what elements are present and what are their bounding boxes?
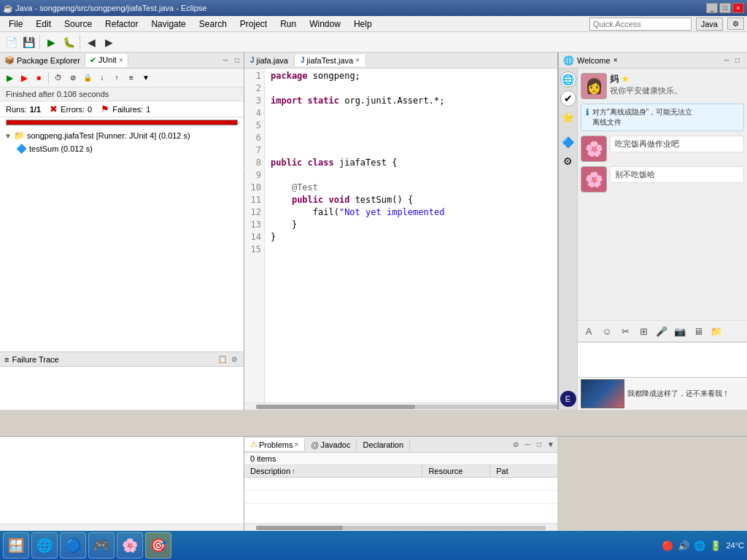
menu-refactor[interactable]: Refactor [99, 18, 144, 31]
chat-sidebar-check[interactable]: ✔ [560, 90, 576, 106]
junit-stop-button[interactable]: ■ [32, 71, 45, 85]
save-button[interactable]: 💾 [20, 34, 36, 50]
tree-item-suite[interactable]: ▼ 📁 songpeng.jiafaTest [Runner: JUnit 4]… [1, 129, 242, 142]
menu-file[interactable]: File [3, 18, 28, 31]
problems-filter-btn[interactable]: ⊘ [511, 440, 521, 450]
editor-hscroll[interactable] [244, 402, 586, 410]
hscroll-thumb[interactable] [256, 405, 415, 409]
new-button[interactable]: 📄 [3, 34, 19, 50]
taskbar-browser[interactable]: 🌐 [31, 532, 58, 559]
forward-button[interactable]: ▶ [101, 34, 117, 50]
junit-history-button[interactable]: ⏱ [52, 71, 65, 85]
tray-icon-net[interactable]: 🌐 [694, 540, 705, 551]
junit-prev-failure[interactable]: ↑ [110, 71, 123, 85]
close-button[interactable]: × [732, 3, 744, 13]
minimize-panel-button[interactable]: ─ [220, 55, 231, 66]
avatar-1: 👩 [581, 73, 607, 99]
tab-jiafa[interactable]: J jiafa.java [244, 55, 295, 66]
preview-img [581, 380, 624, 408]
chat-sidebar-star[interactable]: ⭐ [560, 109, 576, 125]
problems-hscroll-thumb[interactable] [256, 526, 343, 530]
debug-button[interactable]: 🐛 [61, 34, 77, 50]
menu-search[interactable]: Search [193, 18, 233, 31]
problems-hscroll-track[interactable] [256, 526, 546, 530]
tab-problems[interactable]: ⚠ Problems × [244, 438, 305, 451]
java-perspective-button[interactable]: Java [696, 18, 723, 31]
quick-access-input[interactable] [589, 18, 692, 31]
chat-font-btn[interactable]: A [581, 323, 597, 339]
maximize-panel-button[interactable]: □ [232, 55, 242, 66]
taskbar-app1[interactable]: 🌸 [117, 532, 143, 559]
junit-next-failure[interactable]: ↓ [96, 71, 109, 85]
tab-declaration[interactable]: Declaration [357, 439, 410, 451]
back-button[interactable]: ◀ [83, 34, 99, 50]
chat-sidebar-settings[interactable]: ⚙ [560, 153, 576, 169]
tab-jiafatest[interactable]: J jiafaTest.java × [295, 55, 366, 66]
maximize-button[interactable]: □ [719, 3, 731, 13]
chat-input[interactable] [581, 346, 744, 372]
menu-run[interactable]: Run [274, 18, 302, 31]
junit-view-menu[interactable]: ▼ [139, 71, 152, 85]
menu-edit[interactable]: Edit [30, 18, 57, 31]
col-description[interactable]: Description ↑ [244, 465, 422, 477]
bottom-area: ⚠ Problems × @ Javadoc Declaration ⊘ ─ □… [0, 436, 747, 531]
run-button[interactable]: ▶ [43, 34, 59, 50]
menu-navigate[interactable]: Navigate [145, 18, 191, 31]
menu-help[interactable]: Help [348, 18, 378, 31]
menu-window[interactable]: Window [303, 18, 347, 31]
problems-tab-close[interactable]: × [294, 440, 298, 448]
junit-rerun-failed-button[interactable]: ▶ [18, 71, 31, 85]
code-editor[interactable]: 1 2 3 + 4 5 6 7 8 9 ⊖ 10 11 12 13 14 15 [244, 69, 586, 402]
chat-scissors-btn[interactable]: ✂ [617, 323, 633, 339]
chat-emoji-btn[interactable]: ☺ [599, 323, 615, 339]
bottom-left-hscroll[interactable] [0, 524, 244, 531]
failure-trace-filter[interactable]: ⊘ [229, 354, 239, 365]
jiafatest-tab-close[interactable]: × [355, 56, 360, 64]
taskbar-start[interactable]: 🪟 [3, 532, 29, 559]
msg-4-content: 别不吃饭哈 [610, 166, 744, 183]
taskbar-app2[interactable]: 🎯 [145, 532, 171, 559]
chat-sidebar-apps[interactable]: 🔷 [560, 134, 576, 150]
chat-screen-btn[interactable]: 🖥 [690, 323, 706, 339]
problems-maximize[interactable]: □ [534, 440, 544, 450]
test-icon: 🔷 [16, 144, 27, 154]
chat-table-btn[interactable]: ⊞ [635, 323, 651, 339]
chat-minimize[interactable]: ─ [721, 55, 732, 66]
tree-item-test[interactable]: 🔷 testSum (0.012 s) [1, 142, 242, 155]
hscroll-track[interactable] [256, 405, 574, 409]
junit-tab-close[interactable]: × [119, 56, 123, 64]
welcome-tab-close[interactable]: × [614, 56, 618, 64]
junit-rerun-button[interactable]: ▶ [3, 71, 16, 85]
chat-folder-btn[interactable]: 📁 [708, 323, 724, 339]
chat-maximize[interactable]: □ [732, 55, 743, 66]
problems-minimize[interactable]: ─ [522, 440, 533, 450]
problems-table-header: Description ↑ Resource Pat [244, 465, 557, 478]
failure-trace-copy[interactable]: 📋 [217, 354, 228, 365]
junit-filter-button[interactable]: ⊘ [66, 71, 80, 85]
chat-mic-btn[interactable]: 🎤 [654, 323, 670, 339]
junit-scroll-lock[interactable]: 🔒 [81, 71, 94, 85]
tab-package-explorer[interactable]: 📦 Package Explorer [0, 54, 85, 66]
problems-menu[interactable]: ▼ [546, 440, 556, 450]
problems-hscroll[interactable] [244, 524, 557, 531]
col-path[interactable]: Pat [490, 465, 557, 477]
tray-icon-bat[interactable]: 🔋 [710, 540, 721, 551]
code-line-11: public void testSum() { [271, 194, 580, 206]
minimize-button[interactable]: _ [706, 3, 718, 13]
tab-javadoc[interactable]: @ Javadoc [305, 439, 357, 451]
tray-icon-sound[interactable]: 🔊 [678, 540, 689, 551]
taskbar-game[interactable]: 🎮 [88, 532, 115, 559]
junit-collapse[interactable]: ≡ [125, 71, 138, 85]
tray-icon-red[interactable]: 🔴 [662, 540, 673, 551]
line-num-10: 10 [247, 182, 261, 194]
chat-messages: 👩 妈 ★ 祝你平安健康快乐。 ℹ 对方"离线或隐身"，可能无 [578, 69, 747, 320]
col-resource[interactable]: Resource [422, 465, 490, 477]
chat-sidebar-globe[interactable]: 🌐 [560, 71, 576, 88]
menu-source[interactable]: Source [58, 18, 98, 31]
code-content[interactable]: package songpeng; import static org.juni… [265, 69, 586, 402]
tab-junit[interactable]: ✔ JUnit × [85, 54, 128, 67]
debug-perspective-button[interactable]: ⚙ [727, 18, 744, 30]
chat-video-btn[interactable]: 📷 [672, 323, 688, 339]
menu-project[interactable]: Project [234, 18, 273, 31]
taskbar-network[interactable]: 🔵 [60, 532, 86, 559]
